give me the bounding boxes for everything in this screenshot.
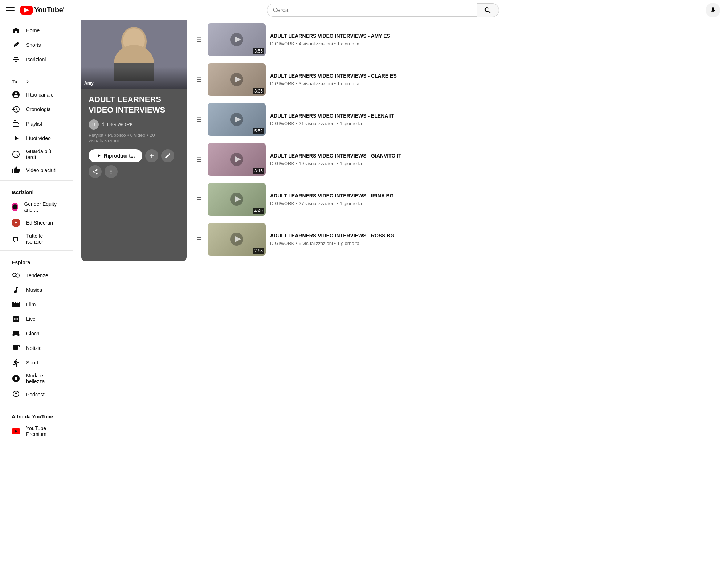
gender-equity-avatar	[12, 203, 18, 211]
video-title[interactable]: ADULT LEARNERS VIDEO INTERVIEWS - ELENA …	[270, 113, 717, 119]
share-button[interactable]	[89, 165, 102, 178]
video-list: Ordina ☰ 3:55 ADULT LEARNERS VIDEO INTER…	[195, 9, 717, 261]
shorts-icon	[12, 41, 20, 49]
playlist-hero-image[interactable]: Amy	[81, 9, 187, 89]
video-thumbnail[interactable]: 2:58	[208, 223, 266, 256]
hero-name-label: Amy	[84, 81, 94, 86]
sidebar-subscriptions-label: Iscrizioni	[26, 57, 46, 62]
thumb-play-icon	[229, 112, 244, 127]
playlist-actions: Riproduci t...	[89, 149, 179, 178]
sidebar-item-subscriptions[interactable]: Iscrizioni	[3, 52, 70, 67]
video-title[interactable]: ADULT LEARNERS VIDEO INTERVIEWS - ROSS B…	[270, 232, 717, 239]
sidebar-item-playlists[interactable]: Playlist	[3, 117, 70, 131]
playlist-hero: Amy ADULT LEARNERS VIDEO INTERVIEWS D di…	[81, 9, 187, 261]
video-thumbnail[interactable]: 3:15	[208, 143, 266, 176]
edit-icon	[164, 152, 171, 159]
video-info: ADULT LEARNERS VIDEO INTERVIEWS - CLARE …	[270, 73, 717, 86]
playlist-meta: Playlist • Pubblico • 6 video • 20 visua…	[89, 132, 179, 143]
playlist-channel-name: di DIGIWORK	[102, 122, 133, 127]
video-duration: 3:15	[253, 168, 264, 174]
mic-button[interactable]	[706, 3, 720, 17]
video-list-item: ☰ 3:55 ADULT LEARNERS VIDEO INTERVIEWS -…	[195, 22, 717, 57]
sidebar-item-channel[interactable]: Il tuo canale	[3, 87, 70, 102]
drag-handle[interactable]: ☰	[195, 236, 203, 243]
search-button[interactable]	[477, 3, 499, 17]
play-icon	[96, 153, 102, 159]
sidebar-playlists-label: Playlist	[26, 121, 42, 127]
playlist-container: Amy ADULT LEARNERS VIDEO INTERVIEWS D di…	[81, 9, 717, 261]
thumb-up-icon	[12, 166, 20, 175]
sidebar-gender-equity-label: Gender Equity and ...	[24, 201, 61, 213]
sidebar-item-home[interactable]: Home	[3, 23, 70, 38]
youtube-logo[interactable]: YouTubeIT	[20, 6, 66, 15]
more-vert-icon	[108, 168, 114, 175]
sidebar-channel-label: Il tuo canale	[26, 92, 54, 98]
hamburger-menu[interactable]	[6, 6, 15, 15]
chevron-right-icon	[25, 79, 30, 85]
video-thumbnail[interactable]: 5:52	[208, 103, 266, 136]
video-list-item: ☰ 2:58 ADULT LEARNERS VIDEO INTERVIEWS -…	[195, 221, 717, 257]
video-meta: DIGIWORK • 27 visualizzazioni • 1 giorno…	[270, 201, 717, 206]
drag-handle[interactable]: ☰	[195, 76, 203, 83]
add-to-queue-button[interactable]	[145, 149, 158, 162]
sidebar-item-ed-sheeran[interactable]: E Ed Sheeran	[3, 216, 70, 230]
home-icon	[12, 26, 20, 35]
sidebar-watch-later-label: Guarda più tardi	[26, 148, 61, 160]
sidebar-item-your-videos[interactable]: I tuoi video	[3, 131, 70, 146]
video-meta: DIGIWORK • 19 visualizzazioni • 1 giorno…	[270, 161, 717, 166]
sidebar-item-shorts[interactable]: Shorts	[3, 38, 70, 52]
video-title[interactable]: ADULT LEARNERS VIDEO INTERVIEWS - CLARE …	[270, 73, 717, 79]
video-info: ADULT LEARNERS VIDEO INTERVIEWS - GIANVI…	[270, 152, 717, 166]
youtube-logo-icon	[20, 6, 33, 15]
video-info: ADULT LEARNERS VIDEO INTERVIEWS - IRINA …	[270, 192, 717, 206]
drag-handle[interactable]: ☰	[195, 116, 203, 123]
video-list-item: ☰ 3:35 ADULT LEARNERS VIDEO INTERVIEWS -…	[195, 62, 717, 97]
video-duration: 4:49	[253, 208, 264, 214]
add-icon	[148, 152, 155, 159]
video-duration: 5:52	[253, 128, 264, 134]
search-input[interactable]	[267, 4, 477, 17]
drag-handle[interactable]: ☰	[195, 196, 203, 203]
sidebar-history-label: Cronologia	[26, 106, 51, 112]
logo-country: IT	[63, 6, 66, 10]
sidebar-item-watch-later[interactable]: Guarda più tardi	[3, 146, 70, 163]
video-thumbnail[interactable]: 3:55	[208, 23, 266, 56]
video-info: ADULT LEARNERS VIDEO INTERVIEWS - ELENA …	[270, 113, 717, 126]
video-info: ADULT LEARNERS VIDEO INTERVIEWS - AMY ES…	[270, 33, 717, 46]
sidebar-item-all-subscriptions[interactable]: Tutte le iscrizioni	[3, 230, 70, 248]
sidebar-item-liked[interactable]: Video piaciuti	[3, 163, 70, 177]
play-all-button[interactable]: Riproduci t...	[89, 149, 142, 162]
video-thumbnail[interactable]: 4:49	[208, 183, 266, 216]
sidebar-liked-label: Video piaciuti	[26, 167, 56, 173]
sidebar-item-gender-equity[interactable]: Gender Equity and ...	[3, 198, 70, 216]
history-icon	[12, 105, 20, 114]
share-icon	[92, 168, 98, 175]
sidebar-you-label: Tu	[12, 79, 17, 85]
play-btn-label: Riproduci t...	[104, 153, 135, 159]
video-list-item: ☰ 4:49 ADULT LEARNERS VIDEO INTERVIEWS -…	[195, 181, 717, 217]
playlist-hero-overlay	[81, 67, 187, 89]
video-thumbnail[interactable]: 3:35	[208, 63, 266, 96]
video-meta: DIGIWORK • 5 visualizzazioni • 1 giorno …	[270, 241, 717, 246]
sidebar-you-section: Tu	[3, 73, 70, 87]
video-title[interactable]: ADULT LEARNERS VIDEO INTERVIEWS - GIANVI…	[270, 152, 717, 159]
ed-sheeran-avatar: E	[12, 219, 20, 227]
sidebar-subscriptions-section: Iscrizioni	[3, 184, 70, 198]
drag-handle[interactable]: ☰	[195, 36, 203, 43]
header: YouTubeIT	[0, 0, 726, 20]
sidebar: Home Shorts Iscrizioni Tu Il tuo canale …	[0, 20, 73, 270]
video-title[interactable]: ADULT LEARNERS VIDEO INTERVIEWS - IRINA …	[270, 192, 717, 199]
sidebar-item-history[interactable]: Cronologia	[3, 102, 70, 117]
more-options-button[interactable]	[105, 165, 118, 178]
video-info: ADULT LEARNERS VIDEO INTERVIEWS - ROSS B…	[270, 232, 717, 246]
drag-handle[interactable]: ☰	[195, 156, 203, 163]
sidebar-all-subscriptions-label: Tutte le iscrizioni	[26, 233, 61, 245]
playlist-icon	[12, 119, 20, 128]
edit-button[interactable]	[161, 149, 174, 162]
thumb-play-icon	[229, 32, 244, 47]
video-list-item: ☰ 5:52 ADULT LEARNERS VIDEO INTERVIEWS -…	[195, 102, 717, 137]
video-meta: DIGIWORK • 3 visualizzazioni • 1 giorno …	[270, 81, 717, 86]
playlist-channel: D di DIGIWORK	[89, 119, 179, 130]
sidebar-item-trending[interactable]: Tendenze	[3, 268, 70, 270]
video-title[interactable]: ADULT LEARNERS VIDEO INTERVIEWS - AMY ES	[270, 33, 717, 39]
